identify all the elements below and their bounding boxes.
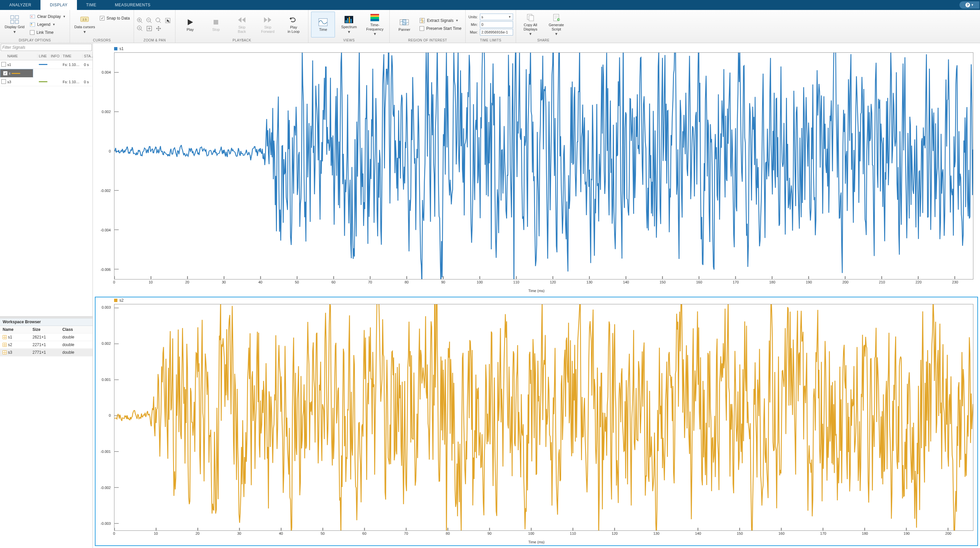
tab-time[interactable]: TIME — [77, 0, 106, 10]
svg-line-25 — [141, 29, 142, 31]
script-icon — [552, 13, 561, 22]
tab-analyzer[interactable]: ANALYZER — [0, 0, 40, 10]
tab-display[interactable]: DISPLAY — [40, 0, 76, 10]
svg-rect-4 — [11, 20, 14, 24]
panner-button[interactable]: Panner — [392, 12, 416, 38]
x-tick: 70 — [368, 280, 372, 284]
workspace-row-s1[interactable]: s12621×1double — [0, 334, 92, 341]
checkbox-icon[interactable] — [1, 79, 6, 84]
time-view-button[interactable]: Time — [311, 12, 335, 38]
signal-row-s1[interactable]: s1Fs: 1.10…0 s — [0, 60, 92, 69]
time-frequency-view-button[interactable]: Time-Frequency▼ — [363, 12, 387, 38]
svg-rect-33 — [349, 17, 350, 23]
group-time-limits: Units: s▼ Min: 0 Max: 2.058956916e-1 TIM… — [466, 10, 516, 43]
ws-col-name[interactable]: Name — [3, 327, 32, 332]
help-icon: ? — [965, 2, 970, 8]
col-line[interactable]: LINE — [38, 54, 49, 58]
group-label: VIEWS — [311, 38, 387, 43]
group-label: TIME LIMITS — [468, 38, 513, 43]
signal-row-s3[interactable]: s3Fs: 1.10…0 s — [0, 78, 92, 86]
workspace-row-s3[interactable]: s32771×1double — [0, 349, 92, 356]
signal-name: s3 — [6, 80, 38, 84]
stop-button[interactable]: Stop — [204, 12, 228, 38]
line-swatch — [12, 73, 20, 74]
zoom-xy-icon[interactable] — [155, 17, 163, 24]
zoom-in-y-icon[interactable]: + — [137, 25, 145, 32]
x-tick: 110 — [570, 531, 576, 535]
y-tick: 0 — [95, 149, 111, 153]
time-plot-s1[interactable]: s1-0.006-0.004-0.00200.0020.004010203040… — [95, 46, 977, 294]
legend-icon — [30, 22, 35, 27]
link-time-checkbox[interactable]: Link Time — [29, 29, 67, 36]
col-time[interactable]: TIME — [61, 54, 83, 58]
signal-trace — [115, 304, 973, 531]
clear-display-button[interactable]: Clear Display▼ — [29, 13, 67, 20]
x-tick: 190 — [904, 531, 910, 535]
ws-col-class[interactable]: Class — [62, 327, 90, 332]
data-cursors-button[interactable]: 2.5 Data cursors▼ — [73, 12, 97, 38]
filter-signals-input[interactable]: Filter Signals — [1, 44, 92, 51]
group-label: CURSORS — [73, 38, 131, 43]
min-input[interactable]: 0 — [480, 21, 513, 28]
preserve-start-time-checkbox[interactable]: Preserve Start Time — [418, 25, 463, 32]
ws-col-size[interactable]: Size — [32, 327, 62, 332]
skip-back-icon — [237, 15, 247, 25]
copy-icon — [526, 13, 535, 22]
units-select[interactable]: s▼ — [480, 14, 513, 20]
svg-rect-32 — [347, 18, 348, 23]
extract-icon — [420, 18, 425, 23]
generate-script-button[interactable]: Generate Script▼ — [544, 12, 568, 38]
skip-back-button[interactable]: Skip Back — [230, 12, 254, 38]
spectrum-view-button[interactable]: Spectrum▼ — [337, 12, 361, 38]
x-tick: 200 — [842, 280, 848, 284]
y-tick: 0.001 — [95, 378, 111, 381]
skip-forward-button[interactable]: Skip Forward — [256, 12, 280, 38]
ribbon: Display Grid▼ Clear Display▼ Legend▼ Lin… — [0, 10, 980, 43]
x-tick: 110 — [513, 280, 519, 284]
help-button[interactable]: ? ▼ — [959, 1, 979, 9]
svg-rect-41 — [402, 19, 406, 25]
x-tick: 120 — [611, 531, 617, 535]
pointer-icon[interactable] — [164, 17, 172, 24]
x-tick: 100 — [528, 531, 534, 535]
checkbox-icon[interactable] — [1, 62, 6, 67]
copy-all-displays-button[interactable]: Copy All Displays▼ — [519, 12, 542, 38]
x-tick: 220 — [915, 280, 921, 284]
fit-icon[interactable] — [146, 25, 154, 32]
x-tick: 50 — [321, 531, 325, 535]
checkbox-icon[interactable] — [3, 71, 8, 76]
display-grid-button[interactable]: Display Grid▼ — [3, 12, 27, 38]
signal-name: s2 — [8, 71, 10, 75]
svg-rect-29 — [319, 19, 327, 26]
col-info[interactable]: INFO — [49, 54, 61, 58]
signal-table: NAME LINE INFO TIME STA… s1Fs: 1.10…0 ss… — [0, 52, 92, 86]
time-plot-s2[interactable]: s2-0.003-0.002-0.00100.0010.0020.0030102… — [95, 297, 977, 546]
col-name[interactable]: NAME — [6, 54, 38, 58]
display-area: s1-0.006-0.004-0.00200.0020.004010203040… — [93, 43, 980, 548]
signal-row-s2[interactable]: s2Fs: 1.10…0 s — [0, 69, 33, 78]
svg-rect-31 — [345, 20, 347, 23]
skip-fwd-icon — [263, 15, 272, 25]
max-input[interactable]: 2.058956916e-1 — [480, 29, 513, 35]
x-tick: 130 — [653, 531, 659, 535]
group-playback: Play Stop Skip Back Skip Forward Play in… — [175, 10, 309, 43]
line-swatch — [39, 64, 48, 65]
snap-to-data-checkbox[interactable]: Snap to Data — [99, 14, 131, 22]
col-start[interactable]: STA… — [83, 54, 92, 58]
pan-icon[interactable] — [155, 25, 163, 32]
y-tick: -0.002 — [95, 486, 111, 490]
workspace-row-s2[interactable]: s22271×1double — [0, 341, 92, 349]
svg-rect-38 — [371, 15, 379, 17]
legend-button[interactable]: Legend▼ — [29, 21, 67, 28]
play-in-loop-button[interactable]: Play in Loop — [282, 12, 305, 38]
zoom-out-x-icon[interactable] — [146, 17, 154, 24]
tab-measurements[interactable]: MEASUREMENTS — [105, 0, 159, 10]
units-label: Units: — [468, 15, 477, 19]
svg-text:2.5: 2.5 — [83, 18, 87, 21]
zoom-in-x-icon[interactable] — [137, 17, 145, 24]
x-tick: 20 — [195, 531, 199, 535]
x-tick: 90 — [441, 280, 445, 284]
play-button[interactable]: Play — [178, 12, 202, 38]
extract-signals-button[interactable]: Extract Signals▼ — [418, 17, 463, 24]
x-tick: 80 — [446, 531, 450, 535]
